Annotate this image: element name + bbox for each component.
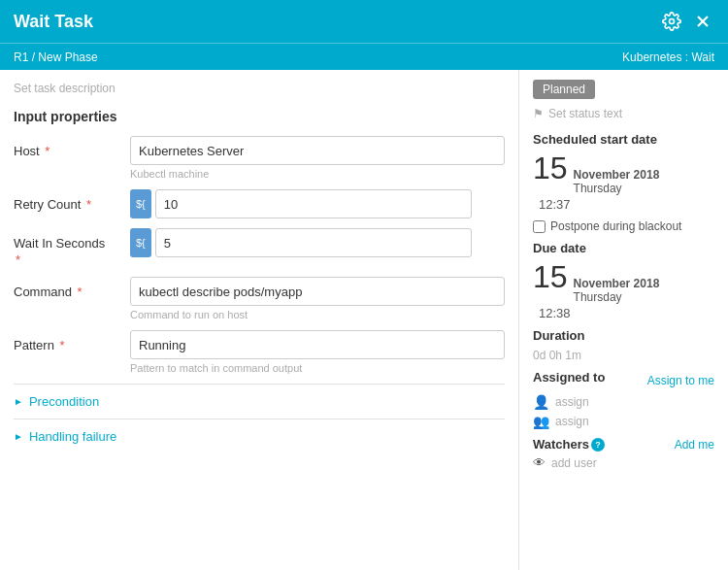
breadcrumb-context: Kubernetes : Wait — [622, 50, 714, 64]
left-panel: Set task description Input properties Ho… — [0, 70, 519, 570]
wait-label-wrap: Wait In Seconds * — [14, 236, 130, 267]
scheduled-day-of-week: Thursday — [574, 182, 660, 195]
modal-header: Wait Task — [0, 0, 728, 43]
wait-label-text: Wait In Seconds — [14, 236, 130, 251]
breadcrumb-path: R1 / New Phase — [14, 50, 98, 64]
precondition-label: Precondition — [29, 394, 99, 409]
close-button[interactable] — [691, 10, 714, 33]
status-badge[interactable]: Planned — [533, 80, 595, 99]
wait-inner: ${ — [130, 228, 505, 257]
watchers-label-wrap: Watchers ? — [533, 437, 605, 452]
watchers-info-icon: ? — [591, 438, 605, 452]
breadcrumb-bar: R1 / New Phase Kubernetes : Wait — [0, 43, 728, 70]
precondition-chevron-icon: ► — [14, 396, 23, 407]
command-field-wrap: Command to run on host — [130, 277, 505, 320]
command-row: Command * Command to run on host — [14, 277, 505, 320]
postpone-checkbox[interactable] — [533, 220, 546, 233]
add-me-link[interactable]: Add me — [675, 438, 714, 452]
binoculars-icon: 👁 — [533, 455, 546, 470]
input-properties-title: Input properties — [14, 109, 505, 124]
command-required: * — [78, 285, 83, 299]
duration-label: Duration — [533, 328, 714, 343]
gear-button[interactable] — [660, 10, 683, 33]
handling-failure-section[interactable]: ► Handling failure — [14, 419, 505, 453]
handling-failure-label: Handling failure — [29, 429, 116, 444]
wait-var-button[interactable]: ${ — [130, 228, 151, 257]
wait-field-wrap: ${ — [130, 228, 505, 257]
assign-to-me-link[interactable]: Assign to me — [647, 374, 714, 387]
scheduled-time: 12:37 — [539, 197, 714, 212]
pattern-label: Pattern * — [14, 330, 130, 352]
host-input[interactable] — [130, 136, 505, 165]
watcher-row: 👁 add user — [533, 455, 714, 470]
postpone-label: Postpone during blackout — [550, 219, 681, 233]
retry-required: * — [86, 197, 91, 212]
svg-point-0 — [670, 19, 675, 24]
person-icon-1: 👤 — [533, 394, 549, 410]
due-date-big: 15 November 2018 Thursday — [533, 261, 714, 304]
assigned-to-header: Assigned to Assign to me — [533, 370, 714, 390]
watchers-header: Watchers ? Add me — [533, 437, 714, 452]
scheduled-month-year: November 2018 — [574, 168, 660, 182]
people-icon-2: 👥 — [533, 414, 549, 429]
retry-count-input[interactable] — [155, 189, 472, 218]
retry-var-button[interactable]: ${ — [130, 189, 151, 218]
header-icons — [660, 10, 714, 33]
pattern-required: * — [60, 338, 65, 352]
due-date-label: Due date — [533, 241, 714, 255]
scheduled-day: 15 — [533, 152, 568, 184]
watchers-label: Watchers — [533, 437, 589, 452]
retry-count-inner: ${ — [130, 189, 505, 218]
wait-in-seconds-row: Wait In Seconds * ${ — [14, 228, 505, 267]
status-text-row: ⚑ Set status text — [533, 107, 714, 120]
due-month-year-wrap: November 2018 Thursday — [574, 277, 660, 304]
pattern-hint: Pattern to match in command output — [130, 362, 505, 374]
scheduled-label: Scheduled start date — [533, 132, 714, 147]
pattern-field-wrap: Pattern to match in command output — [130, 330, 505, 374]
right-panel: Planned ⚑ Set status text Scheduled star… — [519, 70, 728, 570]
due-day-of-week: Thursday — [574, 290, 660, 304]
scheduled-date-big: 15 November 2018 Thursday — [533, 152, 714, 195]
assign-row-2: 👥 assign — [533, 414, 714, 429]
status-text[interactable]: Set status text — [548, 107, 622, 120]
add-user-text[interactable]: add user — [551, 456, 597, 470]
wait-in-seconds-label-col: Wait In Seconds * — [14, 228, 130, 267]
pattern-row: Pattern * Pattern to match in command ou… — [14, 330, 505, 374]
postpone-row: Postpone during blackout — [533, 219, 714, 233]
command-label: Command * — [14, 277, 130, 299]
assign-text-1[interactable]: assign — [555, 395, 589, 409]
scheduled-month-year-wrap: November 2018 Thursday — [574, 168, 660, 195]
command-hint: Command to run on host — [130, 309, 505, 320]
host-row: Host * Kubectl machine — [14, 136, 505, 180]
main-content: Set task description Input properties Ho… — [0, 70, 728, 570]
command-input[interactable] — [130, 277, 505, 306]
wait-in-seconds-input[interactable] — [155, 228, 472, 257]
modal-title: Wait Task — [14, 12, 93, 32]
assign-row-1: 👤 assign — [533, 394, 714, 410]
retry-count-field-wrap: ${ — [130, 189, 505, 218]
due-day: 15 — [533, 261, 568, 292]
host-field-wrap: Kubectl machine — [130, 136, 505, 180]
wait-required: * — [16, 252, 130, 267]
pattern-input[interactable] — [130, 330, 505, 359]
modal-container: Wait Task R1 / New Phase Kubernetes : Wa… — [0, 0, 728, 570]
assign-text-2[interactable]: assign — [555, 415, 589, 428]
due-time: 12:38 — [539, 306, 714, 320]
assigned-to-label: Assigned to — [533, 370, 605, 385]
due-month-year: November 2018 — [574, 277, 660, 290]
precondition-section[interactable]: ► Precondition — [14, 384, 505, 419]
task-description[interactable]: Set task description — [14, 82, 505, 95]
retry-count-row: Retry Count * ${ — [14, 189, 505, 218]
host-hint: Kubectl machine — [130, 168, 505, 180]
host-required: * — [45, 144, 50, 158]
host-label: Host * — [14, 136, 130, 158]
flag-icon: ⚑ — [533, 107, 544, 120]
scheduled-date-block: 15 November 2018 Thursday 12:37 — [533, 152, 714, 212]
retry-count-label: Retry Count * — [14, 189, 130, 212]
due-date-block: 15 November 2018 Thursday 12:38 — [533, 261, 714, 320]
handling-failure-chevron-icon: ► — [14, 431, 23, 442]
duration-value: 0d 0h 1m — [533, 349, 714, 362]
